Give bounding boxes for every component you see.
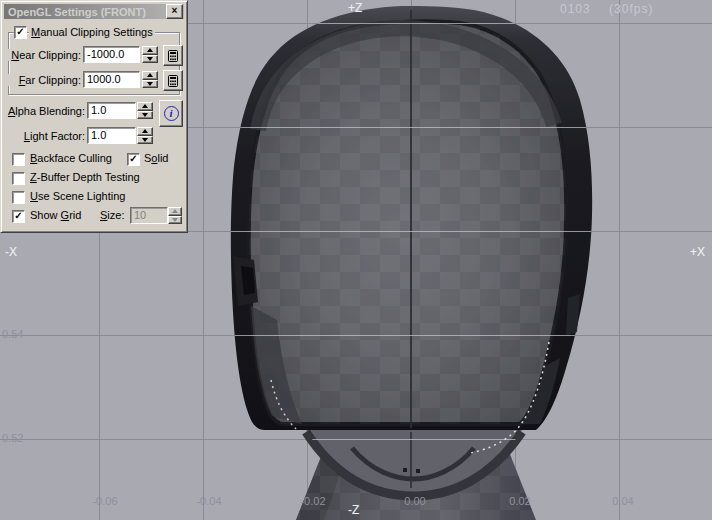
x-tick: 0.02 <box>498 495 542 507</box>
far-clipping-calculator-button[interactable] <box>163 70 183 91</box>
show-grid-checkbox[interactable]: ✓ <box>12 210 25 223</box>
frame-counter: 0103 (30fps) <box>560 2 653 16</box>
spin-up-button[interactable] <box>137 127 153 136</box>
dialog-titlebar[interactable]: OpenGL Settings (FRONT) × <box>4 4 184 19</box>
near-clipping-label: Near Clipping: <box>7 49 81 61</box>
x-tick: 0.00 <box>393 495 437 507</box>
solid-checkbox[interactable]: ✓ <box>127 153 140 166</box>
far-clipping-input[interactable]: 1000.0 <box>83 71 140 88</box>
scene-lighting-checkbox[interactable] <box>12 191 25 204</box>
info-icon: i <box>164 106 179 121</box>
spin-down-button[interactable] <box>142 80 158 89</box>
axis-label-left: -X <box>5 245 17 259</box>
dialog-title: OpenGL Settings (FRONT) <box>4 6 166 18</box>
light-factor-input[interactable]: 1.0 <box>87 127 136 144</box>
info-button[interactable]: i <box>159 100 183 127</box>
light-factor-spinner[interactable] <box>137 127 153 144</box>
y-tick: 0.52 <box>2 432 23 444</box>
scene-lighting-label[interactable]: Use Scene Lighting <box>28 190 127 202</box>
grid-size-input: 10 <box>130 207 168 224</box>
near-clipping-calculator-button[interactable] <box>163 45 183 66</box>
fps-indicator: (30fps) <box>609 2 653 16</box>
calculator-icon <box>168 75 178 87</box>
zbuffer-label[interactable]: Z-Buffer Depth Testing <box>28 171 142 183</box>
solid-label[interactable]: Solid <box>142 152 170 164</box>
x-tick: -0.02 <box>291 495 335 507</box>
x-tick: -0.04 <box>187 495 231 507</box>
axis-label-bottom: -Z <box>348 503 359 517</box>
near-clipping-input[interactable]: -1000.0 <box>83 46 140 63</box>
spin-down-button[interactable] <box>137 136 153 145</box>
grid-size-spinner <box>168 207 182 224</box>
spin-down-button[interactable] <box>142 55 158 64</box>
backface-culling-label[interactable]: Backface Culling <box>28 152 114 164</box>
alpha-blending-spinner[interactable] <box>137 102 153 119</box>
spin-up-button <box>168 207 182 216</box>
opengl-settings-dialog: OpenGL Settings (FRONT) × ✓ Manual Clipp… <box>0 0 188 233</box>
y-tick: 0.54 <box>2 328 23 340</box>
spin-down-button[interactable] <box>137 111 153 120</box>
frame-number: 0103 <box>560 2 591 16</box>
spin-up-button[interactable] <box>142 71 158 80</box>
spin-down-button <box>168 216 182 225</box>
x-tick: 0.04 <box>601 495 645 507</box>
close-button[interactable]: × <box>166 4 183 19</box>
alpha-blending-input[interactable]: 1.0 <box>87 102 136 119</box>
axis-label-right: +X <box>690 245 705 259</box>
near-clipping-spinner[interactable] <box>142 46 158 63</box>
far-clipping-label: Far Clipping: <box>7 74 81 86</box>
far-clipping-spinner[interactable] <box>142 71 158 88</box>
right-ear <box>566 294 580 336</box>
calculator-icon <box>168 50 178 62</box>
head-model[interactable] <box>231 6 592 520</box>
axis-label-top: +Z <box>348 1 362 15</box>
manual-clipping-checkbox[interactable]: ✓ <box>14 26 27 39</box>
spin-up-button[interactable] <box>142 46 158 55</box>
show-grid-label[interactable]: Show Grid <box>28 209 83 221</box>
manual-clipping-label[interactable]: Manual Clipping Settings <box>29 26 155 38</box>
zbuffer-checkbox[interactable] <box>12 172 25 185</box>
light-factor-label: Light Factor: <box>3 130 85 142</box>
backface-culling-checkbox[interactable] <box>12 153 25 166</box>
grid-size-label: Size: <box>98 209 126 221</box>
alpha-blending-label: Alpha Blending: <box>3 105 85 117</box>
app-screen: +Z -Z -X +X -0.06 -0.04 -0.02 0.00 0.02 … <box>0 0 712 520</box>
x-tick: -0.06 <box>83 495 127 507</box>
spin-up-button[interactable] <box>137 102 153 111</box>
